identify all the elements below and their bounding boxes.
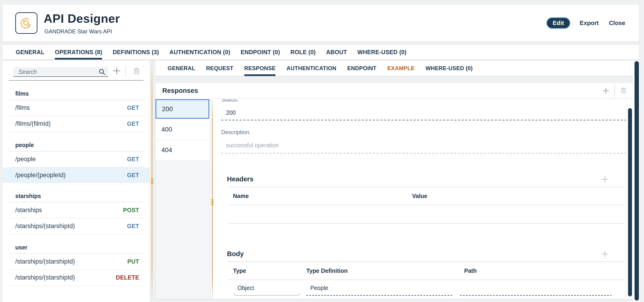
- body-table-head: Type Type Definition Path: [227, 262, 626, 279]
- body-type-select[interactable]: Object: [227, 285, 306, 293]
- add-response-button[interactable]: [602, 87, 609, 94]
- operation-item[interactable]: /films/(filmId) GET: [2, 116, 150, 131]
- search-input[interactable]: [14, 67, 108, 76]
- group-label: people: [2, 142, 150, 151]
- responses-panel-header: Responses: [156, 83, 633, 99]
- tab-about[interactable]: ABOUT: [326, 45, 347, 60]
- operation-item[interactable]: /starships/(starshipId) PUT: [2, 254, 150, 269]
- responses-panel-body: 200 400 404 Status: 200 Description: suc…: [156, 99, 633, 299]
- tab-definitions[interactable]: DEFINITIONS (3): [112, 45, 159, 60]
- tab-endpoint[interactable]: ENDPOINT (0): [241, 45, 280, 60]
- plus-icon: [602, 87, 609, 94]
- headers-empty-row: [221, 205, 626, 223]
- sidebar-splitter-handle[interactable]: [150, 178, 154, 185]
- body-path-field[interactable]: [464, 285, 626, 293]
- delete-operation-button[interactable]: [132, 66, 141, 76]
- sidebar-toolbar: [2, 60, 150, 81]
- method-badge: GET: [127, 104, 139, 111]
- operation-item-selected[interactable]: /people/(peopleId) GET: [2, 168, 150, 183]
- headers-table-head: Name Value: [227, 187, 626, 205]
- api-name: GANDRADE Star Wars API: [44, 28, 112, 35]
- body-type-definition-field[interactable]: People: [306, 285, 464, 293]
- optab-response[interactable]: RESPONSE: [244, 60, 276, 76]
- add-body-button[interactable]: [602, 251, 608, 257]
- body-type-select-underline: [234, 293, 300, 296]
- export-button[interactable]: Export: [580, 20, 599, 27]
- method-badge: PUT: [127, 258, 139, 265]
- optab-where-used[interactable]: WHERE-USED (0): [426, 60, 473, 76]
- status-card-404[interactable]: 404: [156, 140, 209, 160]
- operation-tabbar: GENERAL REQUEST RESPONSE AUTHENTICATION …: [156, 60, 639, 76]
- status-card-400[interactable]: 400: [156, 119, 209, 139]
- page-title: API Designer: [44, 12, 120, 26]
- operation-item[interactable]: /starships/(starshipId) GET: [2, 218, 150, 234]
- tab-where-used[interactable]: WHERE-USED (0): [357, 45, 406, 60]
- status-label: Status:: [221, 99, 626, 103]
- close-button[interactable]: Close: [609, 20, 625, 27]
- app-header: API Designer GANDRADE Star Wars API Edit…: [2, 5, 639, 42]
- description-field[interactable]: successful operation: [226, 142, 626, 149]
- status-code-list: 200 400 404: [156, 99, 213, 299]
- description-label: Description:: [221, 129, 626, 136]
- header-actions: Edit Export Close: [547, 5, 625, 42]
- grip-dots-icon: [150, 178, 154, 185]
- optab-authentication[interactable]: AUTHENTICATION: [286, 60, 336, 76]
- column-type: Type: [227, 267, 306, 274]
- status-card-200[interactable]: 200: [156, 99, 209, 119]
- operations-sidebar: films /films GET /films/(filmId) GET peo…: [2, 60, 150, 302]
- operation-group-films: films /films GET /films/(filmId) GET: [2, 90, 150, 132]
- operation-item[interactable]: /films GET: [2, 100, 150, 115]
- panel-scrollbar-thumb[interactable]: [628, 108, 632, 296]
- edit-button[interactable]: Edit: [547, 18, 570, 28]
- method-badge: POST: [123, 207, 139, 214]
- group-label: films: [2, 90, 150, 100]
- tab-general[interactable]: GENERAL: [16, 45, 44, 60]
- body-section-title: Body: [227, 250, 244, 258]
- tab-role[interactable]: ROLE (0): [290, 45, 316, 60]
- headers-section-title: Headers: [227, 175, 253, 183]
- operation-group-people: people /people GET /people/(peopleId) GE…: [2, 142, 150, 183]
- plus-icon: [113, 67, 121, 75]
- method-badge: GET: [127, 156, 139, 163]
- plug-circle-icon: [20, 17, 33, 30]
- status-value-field[interactable]: 200: [226, 109, 626, 116]
- trash-icon: [620, 87, 627, 94]
- method-badge: GET: [127, 120, 139, 127]
- method-badge: GET: [127, 223, 139, 230]
- status-field-underline: [221, 120, 626, 120]
- operation-item[interactable]: /starships/(starshipId) DELETE: [2, 270, 150, 285]
- toolbar-divider: [125, 67, 126, 77]
- search-field: [14, 67, 108, 77]
- group-label: user: [2, 244, 150, 253]
- column-path: Path: [464, 267, 626, 274]
- operation-item[interactable]: /starships POST: [2, 202, 150, 218]
- operation-item[interactable]: /people GET: [2, 152, 150, 167]
- app-logo: [15, 12, 38, 34]
- optab-example[interactable]: EXAMPLE: [388, 60, 415, 76]
- trash-icon: [133, 67, 140, 76]
- column-type-definition: Type Definition: [306, 267, 464, 274]
- toolbar-underline: [9, 80, 144, 81]
- add-operation-button[interactable]: [112, 66, 121, 76]
- method-badge: GET: [127, 172, 139, 179]
- path-underline: [460, 295, 612, 296]
- column-name: Name: [227, 193, 412, 199]
- optab-general[interactable]: GENERAL: [168, 60, 195, 76]
- panel-toolbar-divider: [614, 85, 615, 97]
- optab-endpoint[interactable]: ENDPOINT: [347, 60, 376, 76]
- main-tabbar: GENERAL OPERATIONS (8) DEFINITIONS (3) A…: [2, 45, 639, 60]
- body-table-row: Object People: [227, 280, 626, 296]
- add-header-button[interactable]: [602, 176, 608, 183]
- page-scrollbar-thumb[interactable]: [634, 61, 639, 300]
- panel-scrollbar-track[interactable]: [626, 99, 633, 299]
- operation-group-user: user /starships/(starshipId) PUT /starsh…: [2, 244, 150, 286]
- description-field-underline: [221, 153, 626, 154]
- optab-request[interactable]: REQUEST: [206, 60, 233, 76]
- tab-operations[interactable]: OPERATIONS (8): [55, 45, 102, 60]
- column-value: Value: [412, 193, 626, 199]
- tab-authentication[interactable]: AUTHENTICATION (0): [170, 45, 230, 60]
- responses-panel: Responses 200 400 404: [156, 83, 633, 299]
- delete-response-button[interactable]: [620, 87, 627, 94]
- operation-group-starships: starships /starships POST /starships/(st…: [2, 193, 150, 234]
- search-icon[interactable]: [98, 68, 106, 76]
